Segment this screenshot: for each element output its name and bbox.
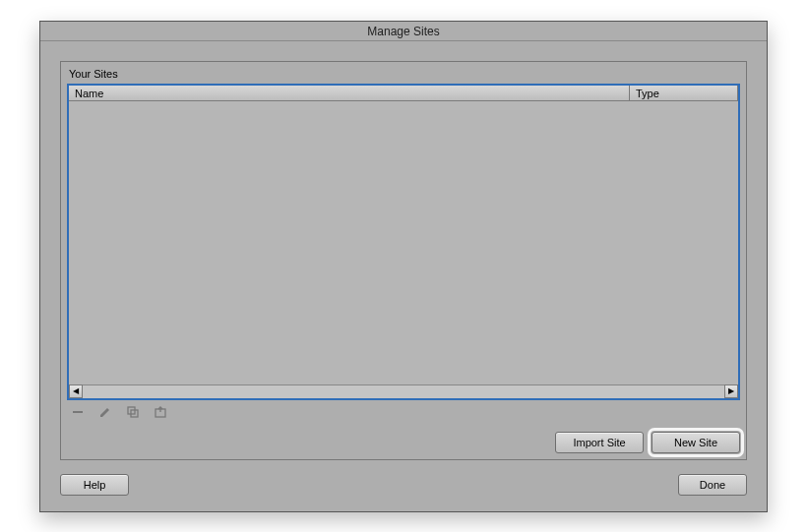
table-body[interactable] xyxy=(69,101,738,384)
dialog-title: Manage Sites xyxy=(40,22,767,41)
horizontal-scrollbar[interactable]: ◀ ▶ xyxy=(69,384,738,398)
export-icon[interactable] xyxy=(154,405,167,419)
table-header: Name Type xyxy=(69,86,738,101)
column-name[interactable]: Name xyxy=(69,86,630,100)
site-toolbar xyxy=(67,400,740,420)
group-title: Your Sites xyxy=(67,66,740,84)
your-sites-group: Your Sites Name Type ◀ ▶ xyxy=(60,61,747,460)
help-button[interactable]: Help xyxy=(60,474,129,496)
column-type[interactable]: Type xyxy=(630,86,738,100)
new-site-button[interactable]: New Site xyxy=(652,432,740,453)
import-site-button[interactable]: Import Site xyxy=(555,432,644,453)
scroll-left-icon[interactable]: ◀ xyxy=(69,384,83,398)
manage-sites-dialog: Manage Sites Your Sites Name Type ◀ ▶ xyxy=(39,21,768,512)
edit-icon[interactable] xyxy=(98,405,112,419)
dialog-content: Your Sites Name Type ◀ ▶ xyxy=(40,41,767,474)
dialog-footer: Help Done xyxy=(40,474,767,511)
svg-rect-0 xyxy=(73,411,83,413)
group-button-row: Import Site New Site xyxy=(67,432,740,453)
done-button[interactable]: Done xyxy=(678,474,747,496)
delete-icon[interactable] xyxy=(71,405,85,419)
sites-table[interactable]: Name Type ◀ ▶ xyxy=(67,84,740,400)
scroll-right-icon[interactable]: ▶ xyxy=(724,384,738,398)
duplicate-icon[interactable] xyxy=(126,405,140,419)
